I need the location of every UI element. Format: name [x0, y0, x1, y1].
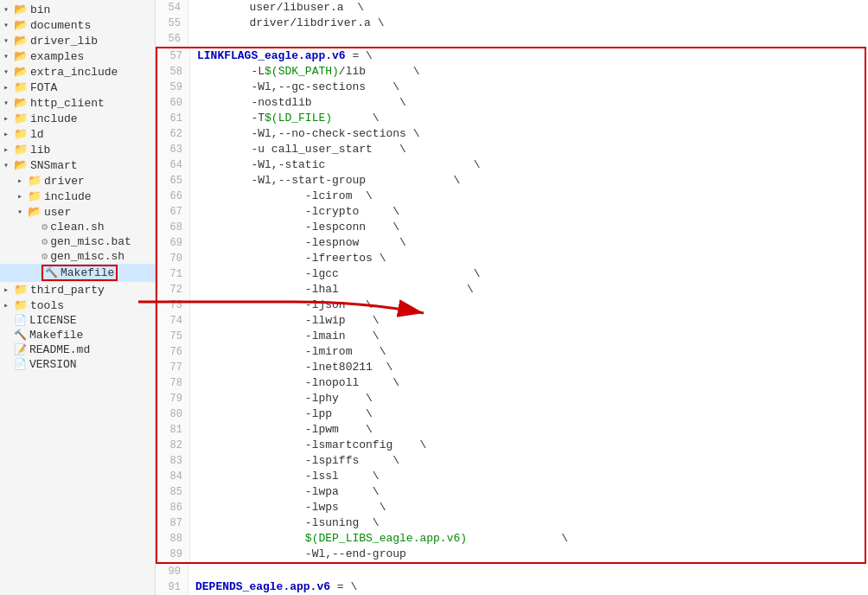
code-editor: 54 user/libuser.a \55 driver/libdriver.a…: [156, 0, 868, 595]
line-content: -lspiffs \: [190, 453, 865, 469]
line-number: 72: [157, 282, 190, 298]
line-content: -lcirom \: [190, 189, 865, 204]
tree-item-clean.sh[interactable]: ⚙clean.sh: [0, 220, 155, 234]
tree-label: documents: [30, 19, 91, 32]
line-number: 73: [157, 298, 190, 313]
code-line: 57LINKFLAGS_eagle.app.v6 = \: [157, 48, 865, 64]
line-number: 66: [157, 189, 190, 204]
line-content: -lpwm \: [190, 422, 865, 438]
tree-label: FOTA: [30, 81, 57, 94]
line-content: -llwip \: [190, 313, 865, 329]
code-line: 70 -lfreertos \: [157, 251, 865, 266]
code-line: 86 -lwps \: [157, 500, 865, 515]
line-number: 83: [157, 453, 190, 469]
code-line: 65 -Wl,--start-group \: [157, 173, 865, 189]
code-line: 82 -lsmartconfig \: [157, 438, 865, 453]
tree-label: examples: [30, 50, 84, 63]
tree-item-Makefile[interactable]: 🔨Makefile: [0, 264, 155, 282]
tree-label: bin: [30, 3, 50, 16]
line-number: 58: [157, 64, 190, 80]
tree-label: LICENSE: [29, 314, 77, 327]
line-number: 88: [157, 531, 190, 547]
tree-item-documents[interactable]: ▾ 📂documents: [0, 17, 155, 33]
line-content: -lsuning \: [190, 515, 865, 531]
tree-item-gen_misc.bat[interactable]: ⚙gen_misc.bat: [0, 234, 155, 249]
tree-item-include[interactable]: ▸ 📁include: [0, 111, 155, 126]
tree-item-extra_include[interactable]: ▾ 📂extra_include: [0, 64, 155, 80]
tree-item-README.md[interactable]: 📝README.md: [0, 342, 155, 357]
line-number: 80: [157, 406, 190, 422]
code-line: 84 -lssl \: [157, 469, 865, 484]
line-number: 69: [157, 235, 190, 251]
line-number: 56: [156, 31, 188, 47]
line-content: DEPENDS_eagle.app.v6 = \: [188, 579, 868, 595]
tree-label: http_client: [30, 97, 105, 110]
line-content: -lespconn \: [190, 220, 865, 235]
line-content: -lespnow \: [190, 235, 865, 251]
line-content: -Wl,-static \: [190, 157, 865, 173]
tree-label: ld: [30, 128, 44, 141]
tree-item-ld[interactable]: ▸ 📁ld: [0, 126, 155, 142]
line-number: 75: [157, 329, 190, 344]
tree-label: SNSmart: [30, 159, 78, 172]
tree-item-examples[interactable]: ▾ 📂examples: [0, 48, 155, 64]
tree-item-include_sub[interactable]: ▸ 📁include: [0, 189, 155, 204]
line-number: 62: [157, 126, 190, 142]
tree-item-FOTA[interactable]: ▸ 📁FOTA: [0, 80, 155, 95]
code-line: 62 -Wl,--no-check-sections \: [157, 126, 865, 142]
code-line: 54 user/libuser.a \: [156, 0, 868, 16]
code-line: 81 -lpwm \: [157, 422, 865, 438]
line-content: -lhal \: [190, 282, 865, 298]
tree-label: lib: [30, 144, 50, 157]
tree-item-http_client[interactable]: ▾ 📂http_client: [0, 95, 155, 111]
tree-item-user[interactable]: ▾ 📂user: [0, 204, 155, 220]
code-line: 76 -lmirom \: [157, 344, 865, 360]
tree-label: include: [44, 190, 92, 203]
tree-item-driver[interactable]: ▸ 📁driver: [0, 173, 155, 189]
line-content: user/libuser.a \: [188, 0, 868, 16]
tree-label: driver_lib: [30, 35, 98, 48]
code-line: 75 -lmain \: [157, 329, 865, 344]
code-line: 77 -lnet80211 \: [157, 360, 865, 375]
tree-item-tools[interactable]: ▸ 📁tools: [0, 298, 155, 313]
line-content: -lnet80211 \: [190, 360, 865, 375]
tree-label: README.md: [29, 343, 90, 356]
line-content: $(DEP_LIBS_eagle.app.v6) \: [190, 531, 865, 547]
code-line: 61 -T$(LD_FILE) \: [157, 111, 865, 126]
highlight-region: 57LINKFLAGS_eagle.app.v6 = \58 -L$(SDK_P…: [156, 47, 866, 564]
tree-item-bin[interactable]: ▾ 📂bin: [0, 2, 155, 17]
line-content: -lgcc \: [190, 266, 865, 282]
code-line: 88 $(DEP_LIBS_eagle.app.v6) \: [157, 531, 865, 547]
code-line: 69 -lespnow \: [157, 235, 865, 251]
line-number: 67: [157, 204, 190, 220]
file-tree[interactable]: ▾ 📂bin ▾ 📂documents ▾ 📂driver_lib ▾ 📂exa…: [0, 0, 156, 595]
line-number: 86: [157, 500, 190, 515]
tree-item-SNSmart[interactable]: ▾ 📂SNSmart: [0, 157, 155, 173]
tree-item-gen_misc.sh[interactable]: ⚙gen_misc.sh: [0, 249, 155, 264]
code-line: 91DEPENDS_eagle.app.v6 = \: [156, 579, 868, 595]
tree-item-VERSION[interactable]: 📄VERSION: [0, 357, 155, 372]
line-content: -Wl,--end-group: [190, 547, 865, 562]
tree-label: include: [30, 112, 78, 125]
tree-item-Makefile_root[interactable]: 🔨Makefile: [0, 328, 155, 342]
line-content: -lpp \: [190, 406, 865, 422]
line-number: 82: [157, 438, 190, 453]
tree-item-third_party[interactable]: ▸ 📁third_party: [0, 282, 155, 298]
code-line: 64 -Wl,-static \: [157, 157, 865, 173]
line-number: 81: [157, 422, 190, 438]
code-line: 90: [156, 564, 868, 579]
code-line: 87 -lsuning \: [157, 515, 865, 531]
code-line: 83 -lspiffs \: [157, 453, 865, 469]
line-number: 77: [157, 360, 190, 375]
tree-item-lib[interactable]: ▸ 📁lib: [0, 142, 155, 157]
tree-item-LICENSE[interactable]: 📄LICENSE: [0, 313, 155, 328]
line-number: 85: [157, 484, 190, 500]
tree-item-driver_lib[interactable]: ▾ 📂driver_lib: [0, 33, 155, 48]
tree-label: extra_include: [30, 66, 118, 79]
code-line: 79 -lphy \: [157, 391, 865, 406]
line-number: 76: [157, 344, 190, 360]
tree-label: gen_misc.sh: [50, 250, 124, 263]
line-number: 59: [157, 80, 190, 95]
line-number: 74: [157, 313, 190, 329]
line-number: 90: [156, 564, 188, 579]
